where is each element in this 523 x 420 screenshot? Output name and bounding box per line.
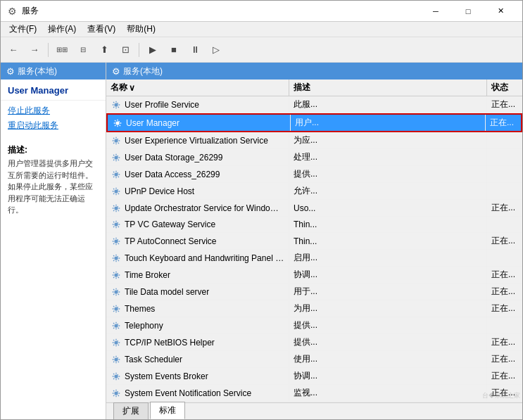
maximize-button[interactable]: □ (452, 1, 484, 22)
cell-name: User Experience Virtualization Service (106, 132, 289, 148)
service-name: User Data Access_26299 (125, 170, 220, 179)
cell-desc: 提供... (289, 334, 487, 350)
table-row[interactable]: UPnP Device Host 允许... (106, 183, 522, 200)
service-icon (111, 236, 122, 247)
cell-status: 正在... (487, 351, 522, 367)
service-icon (111, 303, 122, 314)
cell-name: Themes (106, 300, 289, 317)
toolbar-btn-2[interactable]: ⊟ (73, 40, 93, 60)
col-desc[interactable]: 描述 (289, 79, 487, 96)
stop-service-link[interactable]: 停止此服务 (8, 105, 99, 117)
tab-standard[interactable]: 标准 (150, 402, 185, 419)
resume-button[interactable]: ▷ (206, 40, 226, 60)
cell-status (487, 149, 522, 165)
table-row[interactable]: User Data Access_26299 提供... (106, 166, 522, 183)
cell-name: System Event Notification Service (106, 385, 289, 401)
pause-button[interactable]: ⏸ (185, 40, 205, 60)
sidebar-actions: 停止此服务 重启动此服务 (1, 101, 106, 139)
menu-help[interactable]: 帮助(H) (121, 22, 161, 37)
table-row[interactable]: Touch Keyboard and Handwriting Panel Ser… (106, 250, 522, 267)
menu-file[interactable]: 文件(F) (4, 22, 42, 37)
cell-status: 正在... (486, 115, 521, 131)
menu-action[interactable]: 操作(A) (42, 22, 82, 37)
cell-name: Task Scheduler (106, 351, 289, 367)
cell-desc: Thin... (289, 233, 487, 249)
toolbar-btn-4[interactable]: ⊡ (115, 40, 135, 60)
cell-desc: Thin... (289, 217, 487, 232)
cell-name: Time Broker (106, 267, 289, 283)
sort-arrow: ∨ (129, 83, 135, 93)
table-row[interactable]: User Experience Virtualization Service 为… (106, 132, 522, 149)
toolbar-btn-3[interactable]: ⬆ (94, 40, 114, 60)
table-row[interactable]: User Data Storage_26299 处理... (106, 149, 522, 166)
cell-desc: 使用... (289, 351, 487, 367)
table-row[interactable]: System Event Notification Service 监视... … (106, 385, 522, 402)
cell-name: TCP/IP NetBIOS Helper (106, 334, 289, 350)
table-row[interactable]: Time Broker 协调... 正在... (106, 267, 522, 284)
close-button[interactable]: ✕ (484, 1, 517, 22)
sidebar-header-text: 服务(本地) (18, 65, 57, 77)
cell-status: 正在... (487, 267, 522, 283)
service-icon (111, 203, 122, 214)
cell-desc: Uso... (289, 200, 487, 216)
right-panel: ⚙ 服务(本地) 名称 ∨ 描述 状态 (106, 63, 522, 419)
back-button[interactable]: ← (4, 40, 23, 60)
main-content: ⚙ 服务(本地) User Manager 停止此服务 重启动此服务 描述: 用… (1, 63, 522, 419)
service-icon (111, 371, 122, 382)
table-row[interactable]: Themes 为用... 正在... (106, 300, 522, 317)
cell-desc: 协调... (289, 267, 487, 283)
sidebar-header-icon: ⚙ (6, 66, 15, 77)
cell-name: TP AutoConnect Service (106, 233, 289, 249)
restart-service-link[interactable]: 重启动此服务 (8, 120, 99, 132)
service-icon (111, 354, 122, 365)
toolbar-btn-1[interactable]: ⊞⊞ (52, 40, 72, 60)
table-row[interactable]: Update Orchestrator Service for Windows … (106, 200, 522, 217)
table-row[interactable]: Telephony 提供... (106, 317, 522, 334)
cell-status: 正在... (487, 200, 522, 216)
sidebar-header: ⚙ 服务(本地) (1, 63, 106, 79)
service-icon (111, 99, 122, 110)
col-status[interactable]: 状态 (487, 79, 522, 96)
service-icon (111, 219, 122, 230)
service-table[interactable]: 名称 ∨ 描述 状态 User (106, 79, 522, 402)
service-name: System Events Broker (125, 371, 208, 381)
service-name: TP VC Gateway Service (125, 219, 215, 229)
toolbar-separator-1 (48, 43, 49, 57)
window-controls: ─ □ ✕ (420, 1, 517, 22)
service-name: User Data Storage_26299 (125, 153, 222, 163)
service-icon (111, 186, 122, 197)
cell-status (487, 250, 522, 266)
description-label: 描述: (1, 139, 106, 158)
table-row[interactable]: User Profile Service 此服... 正在... (106, 96, 522, 113)
menu-view[interactable]: 查看(V) (82, 22, 121, 37)
service-icon (111, 152, 122, 163)
service-name: Update Orchestrator Service for Windows … (125, 203, 284, 213)
cell-name: User Data Storage_26299 (106, 149, 289, 165)
cell-desc: 启用... (289, 250, 487, 266)
table-row[interactable]: User Manager 用户... 正在... (106, 113, 522, 132)
cell-desc: 为用... (289, 300, 487, 317)
cell-desc: 用于... (289, 284, 487, 300)
service-name: User Profile Service (125, 100, 199, 110)
table-row[interactable]: Task Scheduler 使用... 正在... (106, 351, 522, 368)
table-row[interactable]: System Events Broker 协调... 正在... (106, 368, 522, 385)
toolbar: ← → ⊞⊞ ⊟ ⬆ ⊡ ▶ ■ ⏸ ▷ (1, 37, 522, 63)
cell-name: Update Orchestrator Service for Windows … (106, 200, 289, 216)
table-row[interactable]: TP AutoConnect Service Thin... 正在... (106, 233, 522, 250)
cell-desc: 为应... (289, 132, 487, 148)
cell-status (487, 132, 522, 148)
table-row[interactable]: TCP/IP NetBIOS Helper 提供... 正在... (106, 334, 522, 351)
cell-status: 正在... (487, 96, 522, 113)
start-button[interactable]: ▶ (143, 40, 163, 60)
service-name: Tile Data model server (125, 287, 209, 297)
stop-button[interactable]: ■ (164, 40, 184, 60)
minimize-button[interactable]: ─ (420, 1, 452, 22)
col-name[interactable]: 名称 ∨ (106, 79, 289, 96)
service-name: System Event Notification Service (125, 388, 251, 398)
cell-status: 正在... (487, 368, 522, 384)
tab-expand[interactable]: 扩展 (113, 402, 149, 419)
table-row[interactable]: TP VC Gateway Service Thin... (106, 217, 522, 233)
forward-button[interactable]: → (25, 40, 44, 60)
table-row[interactable]: Tile Data model server 用于... 正在... (106, 284, 522, 300)
watermark: 台◆系统之家 (482, 391, 520, 400)
